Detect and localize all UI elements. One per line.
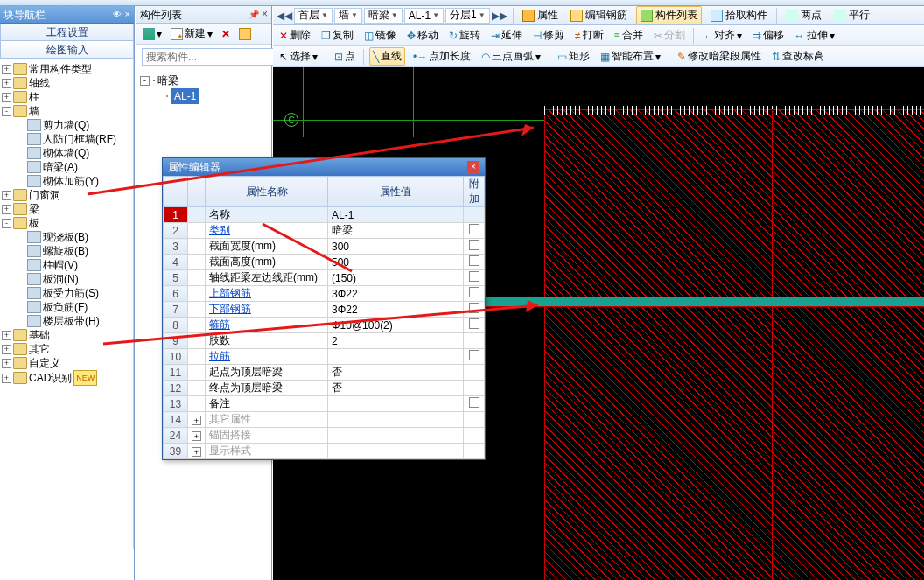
expand-icon[interactable]: + xyxy=(2,65,11,74)
tree-folder[interactable]: +柱 xyxy=(0,90,133,104)
expand-icon[interactable]: + xyxy=(2,359,11,368)
property-value[interactable]: 否 xyxy=(328,365,464,381)
property-row[interactable]: 9肢数2 xyxy=(164,333,485,349)
property-checkbox-cell[interactable] xyxy=(464,318,485,333)
rotate-button[interactable]: ↻旋转 xyxy=(446,27,483,44)
tree-item[interactable]: 板受力筋(S) xyxy=(0,286,133,300)
expand-icon[interactable]: + xyxy=(2,345,11,354)
property-value[interactable]: Φ10@100(2) xyxy=(328,318,464,333)
smart-layout-button[interactable]: ▦智能布置 ▾ xyxy=(598,48,663,65)
nav-last-icon[interactable]: ▶▶ xyxy=(492,10,508,22)
select-button[interactable]: ↖选择 ▾ xyxy=(276,48,320,65)
move-button[interactable]: ✥移动 xyxy=(404,27,441,44)
property-row[interactable]: 2类别暗梁 xyxy=(164,223,485,239)
property-checkbox-cell[interactable] xyxy=(464,428,485,444)
break-button[interactable]: ≠打断 xyxy=(572,27,606,44)
property-value[interactable] xyxy=(328,412,464,428)
property-checkbox-cell[interactable] xyxy=(464,239,485,255)
close-comp-icon[interactable]: × xyxy=(262,8,268,20)
property-value[interactable]: AL-1 xyxy=(328,207,464,223)
modify-segment-button[interactable]: ✎修改暗梁段属性 xyxy=(675,48,764,65)
beam-element[interactable] xyxy=(483,297,924,307)
property-row[interactable]: 11起点为顶层暗梁否 xyxy=(164,365,485,381)
property-checkbox-cell[interactable] xyxy=(464,349,485,365)
tree-item[interactable]: 现浇板(B) xyxy=(0,230,133,244)
property-name[interactable]: 箍筋 xyxy=(206,318,328,333)
pin-icon[interactable]: 📌 xyxy=(248,10,259,19)
property-row[interactable]: 3截面宽度(mm)300 xyxy=(164,239,485,255)
mirror-button[interactable]: ◫镜像 xyxy=(361,27,399,44)
nav-first-icon[interactable]: ◀◀ xyxy=(276,10,292,22)
merge-button[interactable]: ≡合并 xyxy=(612,27,646,44)
tree-item[interactable]: 楼层板带(H) xyxy=(0,314,133,328)
expand-icon[interactable]: + xyxy=(2,93,11,102)
crumb-type[interactable]: 暗梁▼ xyxy=(364,8,402,24)
prop-titlebar[interactable]: 属性编辑器 × xyxy=(163,158,485,176)
point-length-button[interactable]: •→点加长度 xyxy=(410,48,473,65)
property-row[interactable]: 12终点为顶层暗梁否 xyxy=(164,381,485,396)
property-name[interactable]: 上部钢筋 xyxy=(206,286,328,302)
expand-icon[interactable]: - xyxy=(2,219,11,228)
crumb-layer[interactable]: 分层1▼ xyxy=(445,8,490,24)
pin-icon[interactable]: 👁 xyxy=(113,10,122,19)
property-value[interactable]: 暗梁 xyxy=(328,223,464,239)
property-checkbox-cell[interactable] xyxy=(464,270,485,286)
tree-folder[interactable]: +梁 xyxy=(0,202,133,216)
property-checkbox-cell[interactable] xyxy=(464,223,485,239)
pick-component-button[interactable]: 拾取构件 xyxy=(707,7,771,24)
expand-icon[interactable]: - xyxy=(140,76,150,86)
tree-item[interactable]: 砌体加筋(Y) xyxy=(0,174,133,188)
property-checkbox-cell[interactable] xyxy=(464,286,485,302)
expand-icon[interactable]: + xyxy=(2,205,11,214)
edit-rebar-button[interactable]: 编辑钢筋 xyxy=(567,7,631,24)
stretch-button[interactable]: ↔拉伸 ▾ xyxy=(792,27,837,44)
tree-item[interactable]: 螺旋板(B) xyxy=(0,244,133,258)
property-row[interactable]: 14+其它属性 xyxy=(164,412,485,428)
sort-icon[interactable]: ▾ xyxy=(140,27,164,41)
property-row[interactable]: 4截面高度(mm)500 xyxy=(164,255,485,270)
close-nav-icon[interactable]: × xyxy=(125,9,130,19)
expand-icon[interactable]: + xyxy=(2,374,11,383)
property-row[interactable]: 8箍筋Φ10@100(2) xyxy=(164,318,485,333)
tree-folder[interactable]: +基础 xyxy=(0,328,133,342)
tree-folder[interactable]: +其它 xyxy=(0,342,133,356)
property-value[interactable] xyxy=(328,396,464,412)
property-value[interactable] xyxy=(328,428,464,444)
property-checkbox-cell[interactable] xyxy=(464,333,485,349)
check-elevation-button[interactable]: ⇅查改标高 xyxy=(769,48,827,65)
property-value[interactable]: 500 xyxy=(328,255,464,270)
property-value[interactable]: 2 xyxy=(328,333,464,349)
tree-item[interactable]: 板负筋(F) xyxy=(0,300,133,314)
crumb-category[interactable]: 墙▼ xyxy=(334,8,362,24)
tree-folder[interactable]: +轴线 xyxy=(0,76,133,90)
parallel-button[interactable]: 平行 xyxy=(830,7,873,24)
property-checkbox-cell[interactable] xyxy=(464,444,485,459)
property-checkbox-cell[interactable] xyxy=(464,412,485,428)
delete-button[interactable]: ✕删除 xyxy=(276,27,313,44)
expand-icon[interactable]: + xyxy=(2,331,11,340)
property-row[interactable]: 7下部钢筋3Φ22 xyxy=(164,302,485,318)
property-name[interactable]: 类别 xyxy=(206,223,328,239)
two-point-button[interactable]: 两点 xyxy=(782,7,825,24)
tree-item[interactable]: 柱帽(V) xyxy=(0,258,133,272)
property-row[interactable]: 24+锚固搭接 xyxy=(164,428,485,444)
trim-button[interactable]: ⊣修剪 xyxy=(530,27,567,44)
offset-button[interactable]: ⇉偏移 xyxy=(750,27,787,44)
component-list-button[interactable]: 构件列表 xyxy=(636,6,702,24)
property-row[interactable]: 10拉筋 xyxy=(164,349,485,365)
expand-icon[interactable]: - xyxy=(2,107,11,116)
extend-button[interactable]: ⇥延伸 xyxy=(488,27,525,44)
property-checkbox-cell[interactable] xyxy=(464,365,485,381)
three-point-arc-button[interactable]: ◠三点画弧 ▾ xyxy=(479,48,543,65)
property-checkbox-cell[interactable] xyxy=(464,302,485,318)
tree-folder[interactable]: -板 xyxy=(0,216,133,230)
search-input[interactable] xyxy=(142,48,282,66)
tree-folder[interactable]: +自定义 xyxy=(0,356,133,370)
property-row[interactable]: 1名称AL-1 xyxy=(164,207,485,223)
tab-draw-input[interactable]: 绘图输入 xyxy=(0,41,134,59)
properties-button[interactable]: 属性 xyxy=(519,7,562,24)
line-button[interactable]: ╲直线 xyxy=(369,47,405,66)
expand-icon[interactable]: + xyxy=(2,191,11,200)
property-value[interactable] xyxy=(328,349,464,365)
property-row[interactable]: 13备注 xyxy=(164,396,485,412)
